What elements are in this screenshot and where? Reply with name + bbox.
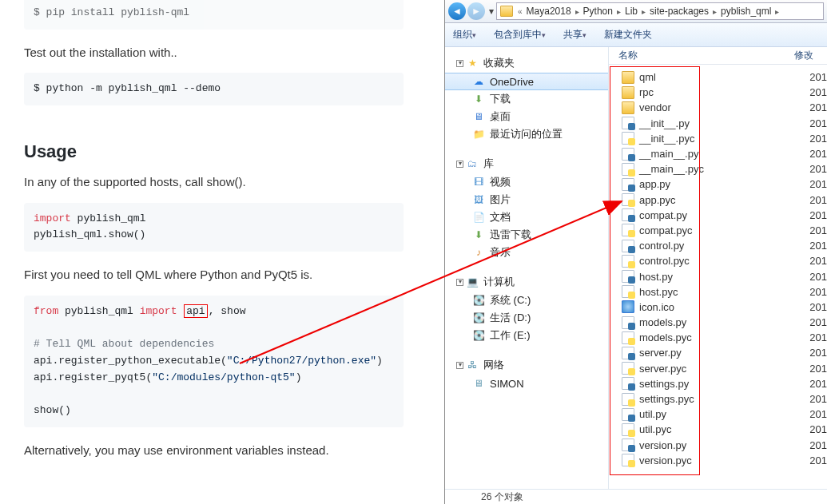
file-date: 201 [809, 439, 827, 451]
nav-network[interactable]: 🖧网络 [445, 355, 608, 375]
crumb[interactable]: Maya2018 [524, 6, 574, 17]
crumb[interactable]: Python [581, 6, 615, 17]
file-date: 201 [809, 423, 827, 435]
nav-music[interactable]: ♪音乐 [445, 244, 608, 261]
file-row[interactable]: app.py201 [617, 177, 827, 192]
pc-icon: 🖥 [472, 377, 485, 390]
file-row[interactable]: compat.pyc201 [617, 223, 827, 238]
file-date: 201 [809, 148, 827, 160]
py-file-icon [622, 117, 634, 129]
file-name: settings.pyc [639, 393, 694, 405]
toolbar-new-folder[interactable]: 新建文件夹 [604, 28, 652, 42]
download-icon: ⬇ [472, 93, 485, 105]
file-row[interactable]: qml201 [617, 69, 827, 85]
code-block-register: from pyblish_qml import api, show # Tell… [24, 296, 404, 428]
explorer-toolbar: 组织 包含到库中 共享 新建文件夹 [445, 23, 827, 47]
music-icon: ♪ [472, 246, 485, 259]
file-pane: 名称 修改 qml201rpc201vendor201__init__.py20… [609, 47, 827, 489]
file-date: 201 [809, 255, 827, 267]
file-row[interactable]: control.py201 [617, 238, 827, 253]
file-row[interactable]: settings.py201 [617, 376, 827, 391]
toolbar-include[interactable]: 包含到库中 [494, 28, 546, 42]
file-row[interactable]: version.pyc201 [617, 453, 827, 468]
file-date: 201 [809, 194, 827, 206]
nav-simon[interactable]: 🖥SIMON [445, 375, 608, 392]
col-modified[interactable]: 修改 [794, 49, 813, 62]
folder-icon [500, 6, 513, 17]
nav-forward-button[interactable]: ► [467, 2, 485, 20]
nav-drive-e[interactable]: 💽工作 (E:) [445, 327, 608, 344]
file-row[interactable]: util.py201 [617, 407, 827, 422]
video-icon: 🎞 [472, 176, 485, 189]
file-name: util.pyc [639, 423, 671, 435]
status-bar: 26 个对象 [445, 489, 827, 504]
toolbar-organize[interactable]: 组织 [453, 28, 476, 42]
toolbar-share[interactable]: 共享 [563, 28, 586, 42]
file-name: __init__.pyc [639, 133, 694, 145]
file-row[interactable]: compat.py201 [617, 208, 827, 223]
py-file-icon [622, 408, 634, 421]
nav-desktop[interactable]: 🖥桌面 [445, 108, 608, 125]
file-date: 201 [809, 271, 827, 283]
crumb[interactable]: pyblish_qml [718, 6, 773, 17]
file-row[interactable]: util.pyc201 [617, 422, 827, 437]
chevron-down-icon[interactable] [456, 362, 463, 369]
file-row[interactable]: settings.pyc201 [617, 391, 827, 407]
nav-drive-c[interactable]: 💽系统 (C:) [445, 292, 608, 309]
file-row[interactable]: __init__.py201 [617, 116, 827, 131]
breadcrumb[interactable]: « Maya2018▸ Python▸ Lib▸ site-packages▸ … [496, 2, 824, 20]
chevron-down-icon[interactable] [456, 279, 463, 286]
chevron-down-icon[interactable] [456, 60, 463, 67]
file-row[interactable]: host.pyc201 [617, 284, 827, 300]
file-name: app.py [639, 178, 670, 190]
nav-onedrive[interactable]: ☁OneDrive [445, 73, 608, 90]
file-row[interactable]: models.py201 [617, 315, 827, 330]
nav-documents[interactable]: 📄文档 [445, 208, 608, 226]
pyc-file-icon [622, 193, 634, 206]
picture-icon: 🖼 [472, 193, 485, 206]
file-row[interactable]: rpc201 [617, 85, 827, 100]
file-name: util.py [639, 408, 666, 420]
col-name[interactable]: 名称 [618, 49, 794, 62]
file-row[interactable]: models.pyc201 [617, 330, 827, 345]
file-row[interactable]: version.py201 [617, 438, 827, 453]
file-name: icon.ico [639, 301, 674, 313]
chevron-down-icon[interactable] [456, 161, 463, 168]
nav-recent[interactable]: 📁最近访问的位置 [445, 125, 608, 143]
file-row[interactable]: server.py201 [617, 345, 827, 360]
doc-text-tell: First you need to tell QML where Python … [24, 266, 404, 284]
crumb[interactable]: Lib [622, 6, 640, 17]
folder-icon [622, 71, 634, 84]
nav-pictures[interactable]: 🖼图片 [445, 191, 608, 208]
file-row[interactable]: icon.ico201 [617, 300, 827, 315]
nav-history-dropdown[interactable]: ▾ [487, 6, 496, 17]
file-row[interactable]: control.pyc201 [617, 253, 827, 268]
file-row[interactable]: app.pyc201 [617, 192, 827, 208]
file-name: __main__.py [639, 148, 698, 160]
crumb[interactable]: site-packages [647, 6, 711, 17]
doc-text-test: Test out the installation with.. [24, 44, 404, 62]
file-row[interactable]: server.pyc201 [617, 361, 827, 376]
file-row[interactable]: __main__.pyc201 [617, 161, 827, 177]
file-date: 201 [809, 286, 827, 298]
file-row[interactable]: __main__.py201 [617, 146, 827, 161]
file-row[interactable]: host.py201 [617, 268, 827, 284]
file-list[interactable]: qml201rpc201vendor201__init__.py201__ini… [609, 65, 827, 489]
file-name: version.pyc [639, 454, 692, 466]
nav-computer[interactable]: 💻计算机 [445, 272, 608, 292]
column-headers[interactable]: 名称 修改 [609, 47, 827, 65]
nav-thunder[interactable]: ⬇迅雷下载 [445, 226, 608, 244]
file-name: compat.py [639, 209, 687, 221]
nav-videos[interactable]: 🎞视频 [445, 173, 608, 191]
nav-downloads[interactable]: ⬇下载 [445, 90, 608, 108]
desktop-icon: 🖥 [472, 110, 485, 123]
file-date: 201 [809, 178, 827, 190]
nav-back-button[interactable]: ◄ [448, 2, 466, 20]
nav-favorites[interactable]: ★收藏夹 [445, 54, 608, 73]
nav-libraries[interactable]: 🗂库 [445, 154, 608, 173]
file-row[interactable]: __init__.pyc201 [617, 131, 827, 146]
file-date: 201 [809, 117, 827, 129]
file-row[interactable]: vendor201 [617, 100, 827, 115]
nav-drive-d[interactable]: 💽生活 (D:) [445, 309, 608, 327]
pyc-file-icon [622, 393, 634, 406]
